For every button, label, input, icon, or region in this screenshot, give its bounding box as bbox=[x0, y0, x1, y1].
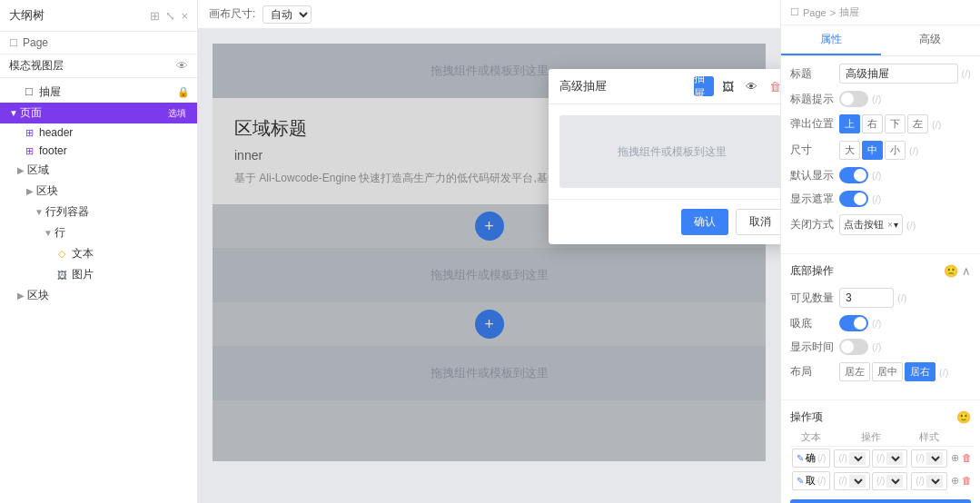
block2-label: 区块 bbox=[27, 288, 190, 303]
prop-default-show-slash: (/) bbox=[872, 170, 881, 181]
tree-item-page-section[interactable]: ▼ 页面 选填 bbox=[0, 103, 197, 123]
modal-icon-delete[interactable]: 🗑 bbox=[765, 76, 780, 96]
prop-row-show-time: 显示时间 (/) bbox=[790, 339, 971, 355]
expand-icon[interactable]: ⤡ bbox=[165, 9, 175, 23]
page-label[interactable]: Page bbox=[23, 36, 48, 49]
tab-advanced[interactable]: 高级 bbox=[881, 25, 981, 55]
popup-pos-seg: 上 右 下 左 bbox=[839, 114, 928, 133]
prop-row-close-method: 关闭方式 点击按钮 × ▾ (/) bbox=[790, 214, 971, 235]
prop-default-show-value: (/) bbox=[839, 167, 971, 183]
tree-item-footer[interactable]: ⊞ footer bbox=[0, 142, 197, 160]
ops-row1-style[interactable]: (/) bbox=[911, 449, 946, 468]
ops-row2-delete-icon[interactable]: 🗑 bbox=[962, 475, 972, 486]
outline-tree-title: 大纲树 bbox=[9, 7, 45, 24]
close-x-icon[interactable]: × bbox=[887, 220, 893, 230]
layout-center[interactable]: 居中 bbox=[872, 362, 903, 381]
ops-row1-text[interactable]: ✎ 确 (/) bbox=[792, 449, 830, 468]
toggle-show-mask[interactable] bbox=[839, 191, 868, 207]
left-header-icon-group: ⊞ ⤡ × bbox=[150, 9, 188, 23]
checkbox-icon: ☐ bbox=[22, 86, 36, 98]
chevron-up-icon[interactable]: ∧ bbox=[962, 264, 971, 278]
size-large[interactable]: 大 bbox=[839, 141, 860, 160]
ops-row2-copy-icon[interactable]: ⊕ bbox=[951, 475, 959, 486]
ops-row1-action-select[interactable] bbox=[849, 452, 866, 465]
size-medium[interactable]: 中 bbox=[862, 141, 883, 160]
size-small[interactable]: 小 bbox=[885, 141, 906, 160]
toggle-sticky[interactable] bbox=[839, 315, 868, 331]
breadcrumb-page[interactable]: Page bbox=[803, 7, 827, 18]
prop-title-input[interactable] bbox=[839, 64, 958, 84]
tree-item-header[interactable]: ⊞ header bbox=[0, 123, 197, 142]
tree-item-row[interactable]: ▼ 行 bbox=[0, 222, 197, 243]
tree-item-area[interactable]: ▶ 区域 bbox=[0, 160, 197, 181]
tree-content: ☐ 抽屉 🔒 ▼ 页面 选填 ⊞ header ⊞ footer ▶ 区域 ▶ … bbox=[0, 78, 197, 503]
toggle-show-time[interactable] bbox=[839, 339, 868, 355]
pin-icon[interactable]: ⊞ bbox=[150, 9, 160, 23]
pos-bottom[interactable]: 下 bbox=[885, 114, 906, 133]
modal-icon-image[interactable]: 🖼 bbox=[718, 76, 737, 96]
modal-confirm-btn[interactable]: 确认 bbox=[681, 209, 728, 235]
canvas-size-select[interactable]: 自动 bbox=[262, 5, 312, 24]
right-tabs: 属性 高级 bbox=[781, 25, 980, 56]
ops-col-actions-header bbox=[949, 429, 974, 447]
ops-row2-action-cell: (/) (/) bbox=[832, 469, 909, 492]
ops-row1-action2[interactable]: (/) bbox=[872, 449, 907, 468]
pos-left[interactable]: 左 bbox=[907, 114, 928, 133]
prop-row-popup-pos: 弹出位置 上 右 下 左 (/) bbox=[790, 114, 971, 133]
prop-visible-count-slash: (/) bbox=[897, 292, 906, 303]
prop-show-mask-slash: (/) bbox=[872, 193, 881, 204]
toggle-title-hint[interactable] bbox=[839, 91, 868, 107]
prop-size-slash: (/) bbox=[909, 145, 918, 156]
ops-row1-action[interactable]: (/) bbox=[834, 449, 869, 468]
ops-row1-delete-icon[interactable]: 🗑 bbox=[962, 452, 972, 463]
ops-col-action: 操作 bbox=[832, 429, 909, 447]
area-label: 区域 bbox=[27, 163, 190, 178]
ops-row2-text-cell: ✎ 取 (/) bbox=[790, 469, 832, 492]
ops-table-container: 文本 操作 样式 ✎ 确 (/) bbox=[781, 427, 980, 494]
prop-show-mask-value: (/) bbox=[839, 191, 971, 207]
ops-row2-style[interactable]: (/) bbox=[911, 472, 946, 490]
table-row: ✎ 确 (/) (/) (/) bbox=[790, 447, 974, 470]
modal-drop-zone[interactable]: 拖拽组件或模板到这里 bbox=[559, 115, 780, 188]
pos-top[interactable]: 上 bbox=[839, 114, 860, 133]
ops-row2-action2-select[interactable] bbox=[886, 475, 903, 488]
breadcrumb: ☐ Page > 抽屉 bbox=[781, 0, 980, 25]
ops-row2-action-select[interactable] bbox=[849, 475, 866, 488]
canvas-area[interactable]: 拖拽组件或模板到这里 区域标题 inner 基于 Ali-Lowcode-Eng… bbox=[198, 29, 780, 503]
ops-row1-copy-icon[interactable]: ⊕ bbox=[951, 452, 959, 463]
prop-show-time-label: 显示时间 bbox=[790, 340, 839, 355]
tab-props[interactable]: 属性 bbox=[781, 25, 881, 55]
modal-footer: 确认 取消 bbox=[549, 199, 780, 244]
prop-default-show-label: 默认显示 bbox=[790, 168, 839, 183]
ops-row2-text[interactable]: ✎ 取 (/) bbox=[792, 471, 830, 490]
close-method-select[interactable]: 点击按钮 × ▾ bbox=[839, 214, 903, 235]
modal-icon-eye[interactable]: 👁 bbox=[741, 76, 761, 96]
canvas-toolbar: 画布尺寸: 自动 bbox=[198, 0, 780, 29]
tree-item-block2[interactable]: ▶ 区块 bbox=[0, 285, 197, 306]
tree-item-text[interactable]: ◇ 文本 bbox=[0, 243, 197, 264]
add-item-btn[interactable]: + 添加一项 bbox=[790, 499, 971, 503]
ops-row2-style-select[interactable] bbox=[926, 475, 943, 488]
chevron-down-icon[interactable]: ▾ bbox=[894, 220, 898, 230]
toggle-default-show[interactable] bbox=[839, 167, 868, 183]
pos-right[interactable]: 右 bbox=[862, 114, 883, 133]
modal-tab-drawer[interactable]: 抽屉 bbox=[694, 76, 714, 96]
arrow-right-icon-2: ▶ bbox=[24, 186, 36, 196]
ops-row2-action[interactable]: (/) bbox=[834, 472, 869, 490]
ops-row2-action2[interactable]: (/) bbox=[872, 472, 907, 490]
layout-right[interactable]: 居右 bbox=[905, 362, 935, 381]
prop-visible-count-input[interactable] bbox=[839, 288, 894, 308]
ops-row1-action-group: (/) (/) bbox=[834, 449, 907, 468]
tree-item-image[interactable]: 🖼 图片 bbox=[0, 264, 197, 285]
layout-left[interactable]: 居左 bbox=[839, 362, 870, 381]
eye-icon[interactable]: 👁 bbox=[176, 59, 188, 73]
ops-row1-action2-select[interactable] bbox=[886, 452, 903, 465]
edit-icon-2: ✎ bbox=[797, 476, 804, 486]
ops-row1-style-select[interactable] bbox=[926, 452, 943, 465]
tree-item-drawer[interactable]: ☐ 抽屉 🔒 bbox=[0, 82, 197, 103]
drawer-label: 抽屉 bbox=[39, 84, 177, 100]
tree-item-row-container[interactable]: ▼ 行列容器 bbox=[0, 202, 197, 222]
tree-item-block1[interactable]: ▶ 区块 bbox=[0, 181, 197, 202]
close-icon[interactable]: × bbox=[181, 9, 188, 23]
modal-cancel-btn[interactable]: 取消 bbox=[736, 209, 780, 235]
